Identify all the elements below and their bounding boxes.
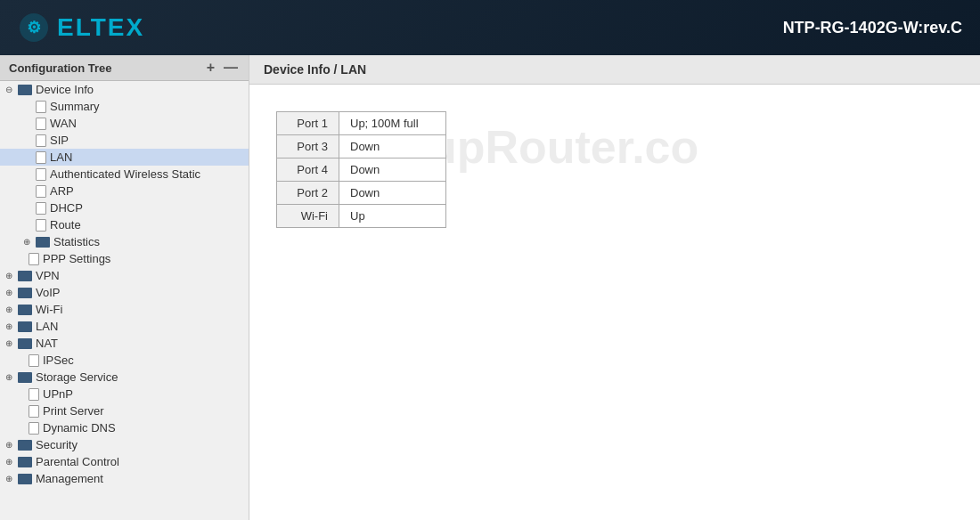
tree-item-security[interactable]: ⊕ Security (0, 436, 249, 453)
folder-voip-icon (18, 288, 32, 298)
page-print-server-icon (29, 405, 39, 418)
tree-label-security: Security (36, 438, 78, 451)
tree-label-ppp-settings: PPP Settings (43, 252, 110, 265)
sidebar-header-icons: + — (205, 61, 240, 75)
tree-item-management[interactable]: ⊕ Management (0, 470, 249, 487)
tree-label-voip: VoIP (36, 286, 60, 299)
page-wan-icon (36, 118, 46, 130)
sidebar: Configuration Tree + — ⊖ Device Info Sum… (0, 55, 249, 520)
page-dynamic-dns-icon (29, 422, 39, 435)
tree-item-lan-top[interactable]: ⊕ LAN (0, 318, 249, 335)
page-summary-icon (36, 101, 46, 113)
tree-label-statistics: Statistics (53, 235, 100, 248)
tree-item-sip[interactable]: SIP (0, 132, 249, 149)
folder-security-icon (18, 440, 32, 451)
expand-management-icon: ⊕ (4, 474, 14, 484)
tree-label-auth-wireless: Authenticated Wireless Static (50, 167, 200, 181)
page-arp-icon (36, 185, 46, 198)
folder-parental-icon (18, 457, 32, 467)
tree-item-dhcp[interactable]: DHCP (0, 199, 249, 216)
port-status: Up; 100M full (339, 112, 446, 135)
lan-table: Port 1Up; 100M fullPort 3DownPort 4DownP… (276, 111, 446, 228)
tree-item-wan[interactable]: WAN (0, 115, 249, 132)
table-row: Port 2Down (277, 182, 446, 205)
tree-item-statistics[interactable]: ⊕ Statistics (0, 233, 249, 250)
expand-security-icon: ⊕ (4, 440, 14, 451)
tree-item-summary[interactable]: Summary (0, 98, 249, 115)
port-status: Down (339, 158, 446, 182)
tree-item-storage-service[interactable]: ⊕ Storage Service (0, 369, 249, 386)
tree-item-arp[interactable]: ARP (0, 183, 249, 199)
tree-label-device-info: Device Info (36, 83, 94, 96)
eltex-logo-icon: ⚙ (18, 12, 50, 44)
page-ipsec-icon (29, 354, 39, 367)
port-label: Port 2 (277, 182, 339, 205)
logo-text: eLTex (57, 13, 144, 42)
tree-item-route[interactable]: Route (0, 216, 249, 233)
tree-item-device-info[interactable]: ⊖ Device Info (0, 81, 249, 98)
content-area: Device Info / LAN SetupRouter.co Port 1U… (249, 55, 980, 520)
tree-item-auth-wireless[interactable]: Authenticated Wireless Static (0, 166, 249, 183)
device-title: NTP-RG-1402G-W:rev.C (783, 19, 962, 37)
tree: ⊖ Device Info Summary WAN SIP (0, 81, 249, 487)
tree-label-dhcp: DHCP (50, 201, 83, 215)
tree-item-print-server[interactable]: Print Server (0, 402, 249, 419)
svg-text:⚙: ⚙ (27, 19, 41, 37)
remove-tree-item-button[interactable]: — (222, 61, 240, 75)
tree-item-voip[interactable]: ⊕ VoIP (0, 284, 249, 301)
content-body: SetupRouter.co Port 1Up; 100M fullPort 3… (249, 85, 980, 246)
tree-item-upnp[interactable]: UPnP (0, 386, 249, 402)
table-row: Wi-FiUp (277, 205, 446, 228)
tree-item-nat[interactable]: ⊕ NAT (0, 335, 249, 352)
tree-label-lan-top: LAN (36, 320, 58, 333)
folder-device-info-icon (18, 85, 32, 95)
port-label: Port 4 (277, 158, 339, 182)
tree-label-wan: WAN (50, 117, 77, 130)
expand-storage-icon: ⊕ (4, 372, 14, 383)
table-row: Port 3Down (277, 135, 446, 158)
expand-statistics-icon: ⊕ (21, 237, 32, 248)
folder-storage-icon (18, 372, 32, 383)
page-ppp-icon (29, 253, 39, 265)
expand-vpn-icon: ⊕ (4, 271, 14, 281)
tree-label-wifi: Wi-Fi (36, 303, 62, 316)
port-status: Up (339, 205, 446, 228)
page-upnp-icon (29, 388, 39, 401)
tree-item-dynamic-dns[interactable]: Dynamic DNS (0, 419, 249, 436)
logo-area: ⚙ eLTex (18, 12, 144, 44)
tree-item-ppp-settings[interactable]: PPP Settings (0, 250, 249, 267)
port-status: Down (339, 135, 446, 158)
page-route-icon (36, 219, 46, 232)
tree-label-upnp: UPnP (43, 387, 73, 401)
tree-item-vpn[interactable]: ⊕ VPN (0, 267, 249, 284)
tree-label-nat: NAT (36, 337, 58, 350)
sidebar-header-left: Configuration Tree (9, 61, 112, 75)
tree-label-ipsec: IPSec (43, 353, 74, 367)
tree-item-wifi[interactable]: ⊕ Wi-Fi (0, 301, 249, 318)
tree-label-arp: ARP (50, 184, 74, 198)
tree-label-storage-service: Storage Service (36, 370, 118, 384)
expand-parental-icon: ⊕ (4, 457, 14, 467)
configuration-tree-label: Configuration Tree (9, 61, 112, 75)
page-sip-icon (36, 134, 46, 147)
tree-item-parental-control[interactable]: ⊕ Parental Control (0, 453, 249, 470)
folder-management-icon (18, 474, 32, 484)
folder-wifi-icon (18, 305, 32, 315)
folder-lan-top-icon (18, 321, 32, 332)
tree-label-dynamic-dns: Dynamic DNS (43, 421, 116, 435)
table-row: Port 1Up; 100M full (277, 112, 446, 135)
tree-label-print-server: Print Server (43, 404, 104, 418)
tree-item-ipsec[interactable]: IPSec (0, 352, 249, 369)
header: ⚙ eLTex NTP-RG-1402G-W:rev.C (0, 0, 980, 55)
port-status: Down (339, 182, 446, 205)
tree-label-management: Management (36, 472, 103, 485)
folder-nat-icon (18, 338, 32, 349)
page-auth-wireless-icon (36, 168, 46, 181)
expand-lan-top-icon: ⊕ (4, 321, 14, 332)
add-tree-item-button[interactable]: + (205, 61, 216, 75)
expand-device-info-icon: ⊖ (4, 85, 14, 95)
port-label: Wi-Fi (277, 205, 339, 228)
port-label: Port 3 (277, 135, 339, 158)
tree-item-lan[interactable]: LAN (0, 149, 249, 166)
folder-vpn-icon (18, 271, 32, 281)
